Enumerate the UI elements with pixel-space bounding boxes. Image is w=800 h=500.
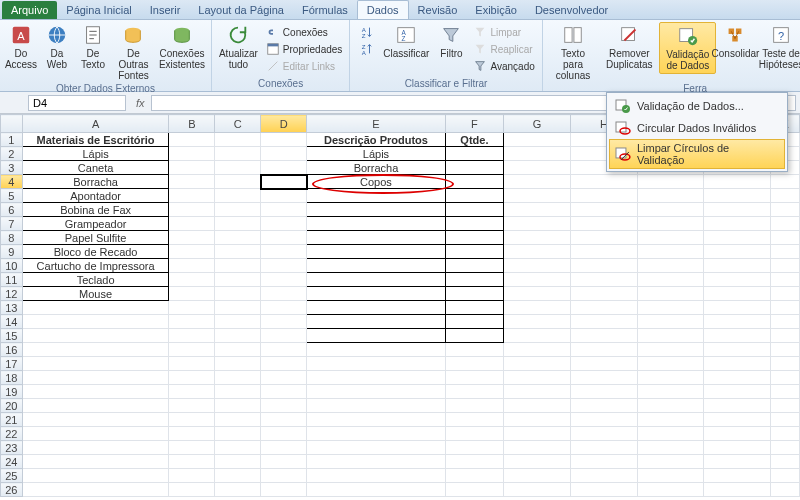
group-connections: Atualizar tudo Conexões Propriedades Edi… <box>212 20 350 91</box>
edit-links-button[interactable]: Editar Links <box>263 58 345 74</box>
group-data-tools: Texto para colunas Remover Duplicatas Va… <box>543 20 800 91</box>
sort-desc-button[interactable]: ZA <box>356 41 376 57</box>
svg-rect-17 <box>622 28 635 41</box>
svg-rect-24 <box>616 122 626 132</box>
tab-file[interactable]: Arquivo <box>2 1 57 19</box>
what-if-button[interactable]: ?Teste de Hipóteses <box>754 22 800 72</box>
properties-button[interactable]: Propriedades <box>263 41 345 57</box>
advanced-button[interactable]: Avançado <box>470 58 537 74</box>
link-icon <box>266 25 280 39</box>
cell-A11: Teclado <box>22 273 169 287</box>
tab-view[interactable]: Exibição <box>466 1 526 19</box>
cell-A1: Materiais de Escritório <box>22 133 169 147</box>
tab-pagelayout[interactable]: Layout da Página <box>189 1 293 19</box>
cell-A7: Grampeador <box>22 217 169 231</box>
clear-filter-button[interactable]: Limpar <box>470 24 537 40</box>
validation-icon <box>677 25 699 47</box>
editlinks-icon <box>266 59 280 73</box>
group-label: Conexões <box>216 78 345 91</box>
group-label: Classificar e Filtrar <box>354 78 537 91</box>
fx-label[interactable]: fx <box>136 97 145 109</box>
menu-circle-invalid[interactable]: Circular Dados Inválidos <box>609 117 785 139</box>
sort-desc-icon: ZA <box>359 42 373 56</box>
other-sources-icon <box>122 24 144 46</box>
svg-rect-16 <box>574 28 581 43</box>
cell-A3: Caneta <box>22 161 169 175</box>
sort-asc-button[interactable]: AZ <box>356 24 376 40</box>
menu-clear-circles[interactable]: Limpar Círculos de Validação <box>609 139 785 169</box>
cell-A9: Bloco de Recado <box>22 245 169 259</box>
svg-rect-12 <box>398 28 415 43</box>
cell-E2: Lápis <box>307 147 445 161</box>
col-B: B <box>169 115 215 133</box>
remove-duplicates-button[interactable]: Remover Duplicatas <box>601 22 657 72</box>
clear-icon <box>473 25 487 39</box>
sort-icon: AZ <box>395 24 417 46</box>
col-C: C <box>215 115 261 133</box>
what-if-icon: ? <box>770 24 792 46</box>
from-text-button[interactable]: De Texto <box>76 22 110 72</box>
access-icon: A <box>10 24 32 46</box>
text-to-cols-icon <box>562 24 584 46</box>
from-web-button[interactable]: Da Web <box>40 22 74 72</box>
reapply-icon <box>473 42 487 56</box>
cell-A10: Cartucho de Impressora <box>22 259 169 273</box>
cell-A5: Apontador <box>22 189 169 203</box>
cell-A8: Papel Sulfite <box>22 231 169 245</box>
name-box[interactable] <box>28 95 126 111</box>
data-validation-button[interactable]: Validação de Dados <box>659 22 716 74</box>
consolidate-button[interactable]: Consolidar <box>718 22 752 61</box>
svg-rect-7 <box>268 44 279 47</box>
tab-data[interactable]: Dados <box>357 0 409 19</box>
existing-conn-button[interactable]: Conexões Existentes <box>157 22 207 72</box>
existing-conn-icon <box>171 24 193 46</box>
cell-A2: Lápis <box>22 147 169 161</box>
tab-formulas[interactable]: Fórmulas <box>293 1 357 19</box>
web-icon <box>46 24 68 46</box>
text-icon <box>82 24 104 46</box>
clear-circles-icon <box>615 146 631 162</box>
col-A: A <box>22 115 169 133</box>
validation-icon <box>615 98 631 114</box>
cell-F1: Qtde. <box>445 133 504 147</box>
connections-button[interactable]: Conexões <box>263 24 345 40</box>
col-F: F <box>445 115 504 133</box>
reapply-button[interactable]: Reaplicar <box>470 41 537 57</box>
svg-text:A: A <box>362 49 367 56</box>
ribbon-tab-bar: Arquivo Página Inicial Inserir Layout da… <box>0 0 800 20</box>
group-label: Obter Dados Externos <box>4 83 207 96</box>
properties-icon <box>266 42 280 56</box>
validation-dropdown: Validação de Dados... Circular Dados Inv… <box>606 92 788 172</box>
tab-insert[interactable]: Inserir <box>141 1 190 19</box>
funnel-icon <box>440 24 462 46</box>
consolidate-icon <box>724 24 746 46</box>
tab-home[interactable]: Página Inicial <box>57 1 140 19</box>
group-sort-filter: AZ ZA AZClassificar Filtro Limpar Reapli… <box>350 20 542 91</box>
menu-data-validation[interactable]: Validação de Dados... <box>609 95 785 117</box>
sort-asc-icon: AZ <box>359 25 373 39</box>
cell-D4 <box>261 175 307 189</box>
svg-text:A: A <box>17 30 25 42</box>
cell-E1: Descrição Produtos <box>307 133 445 147</box>
remove-dup-icon <box>618 24 640 46</box>
cell-A6: Bobina de Fax <box>22 203 169 217</box>
from-other-button[interactable]: De Outras Fontes <box>112 22 155 83</box>
tab-developer[interactable]: Desenvolvedor <box>526 1 617 19</box>
ribbon: ADo Access Da Web De Texto De Outras Fon… <box>0 20 800 92</box>
filter-button[interactable]: Filtro <box>434 22 468 61</box>
from-access-button[interactable]: ADo Access <box>4 22 38 72</box>
svg-text:Z: Z <box>402 35 406 42</box>
svg-text:Z: Z <box>362 32 366 39</box>
sort-button[interactable]: AZClassificar <box>380 22 432 61</box>
cell-E3: Borracha <box>307 161 445 175</box>
col-G: G <box>504 115 571 133</box>
cell-A12: Mouse <box>22 287 169 301</box>
text-to-columns-button[interactable]: Texto para colunas <box>547 22 600 83</box>
circle-invalid-icon <box>615 120 631 136</box>
svg-rect-15 <box>565 28 572 43</box>
refresh-icon <box>227 24 249 46</box>
tab-review[interactable]: Revisão <box>409 1 467 19</box>
advanced-icon <box>473 59 487 73</box>
group-external-data: ADo Access Da Web De Texto De Outras Fon… <box>0 20 212 91</box>
refresh-all-button[interactable]: Atualizar tudo <box>216 22 261 72</box>
